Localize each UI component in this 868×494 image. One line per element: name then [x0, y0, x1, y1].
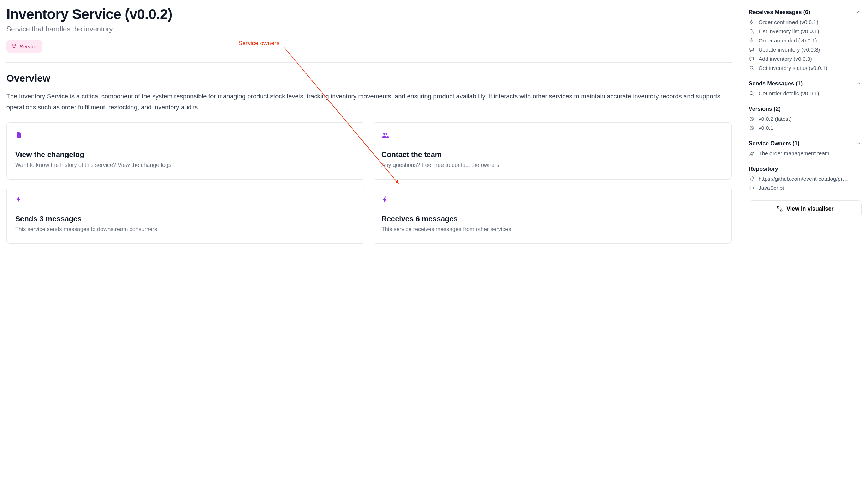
list-item-label: List inventory list (v0.0.1) — [759, 28, 819, 35]
list-item[interactable]: v0.0.1 — [749, 125, 862, 131]
receives-messages-section: Receives Messages (6) Order confirmed (v… — [749, 9, 862, 71]
card-desc: This service sends messages to downstrea… — [15, 225, 357, 234]
section-heading-static: Repository — [749, 166, 862, 172]
overview-heading: Overview — [6, 73, 732, 84]
flow-icon — [777, 206, 783, 212]
badge-label: Service — [20, 43, 37, 49]
annotation-label: Service owners — [238, 40, 279, 47]
sends-messages-section: Sends Messages (1) Get order details (v0… — [749, 80, 862, 97]
list-item[interactable]: v0.0.2 (latest) — [749, 116, 862, 122]
list-item[interactable]: List inventory list (v0.0.1) — [749, 28, 862, 35]
page-subtitle: Service that handles the inventory — [6, 25, 732, 33]
section-heading: Receives Messages (6) — [749, 9, 810, 16]
card-sends[interactable]: Sends 3 messages This service sends mess… — [6, 187, 365, 244]
list-item-label: The order management team — [759, 150, 830, 157]
list-item-label: Get order details (v0.0.1) — [759, 90, 819, 97]
message-icon — [749, 47, 755, 53]
repository-section: Repository https://github.com/event-cata… — [749, 166, 862, 191]
list-item-label: Update inventory (v0.0.3) — [759, 47, 820, 53]
team-icon — [749, 150, 755, 157]
list-item-label: Add inventory (v0.0.3) — [759, 56, 812, 62]
chevron-up-icon — [856, 10, 862, 15]
card-title: Sends 3 messages — [15, 215, 357, 223]
bolt-icon — [15, 195, 357, 205]
chevron-up-icon — [856, 141, 862, 146]
card-desc: Any questions? Feel free to contact the … — [381, 161, 723, 169]
list-item[interactable]: Get order details (v0.0.1) — [749, 90, 862, 97]
service-badge[interactable]: Service — [6, 40, 42, 53]
list-item[interactable]: The order management team — [749, 150, 862, 157]
search-icon — [749, 28, 755, 35]
section-toggle[interactable]: Receives Messages (6) — [749, 9, 862, 16]
page-title: Inventory Service (v0.0.2) — [6, 6, 732, 22]
bolt-icon — [381, 195, 723, 205]
repo-language: JavaScript — [749, 185, 862, 191]
list-item[interactable]: Update inventory (v0.0.3) — [749, 47, 862, 53]
card-title: View the changelog — [15, 150, 357, 159]
repo-lang-text: JavaScript — [759, 185, 784, 191]
message-icon — [749, 56, 755, 62]
list-item-label: Order confirmed (v0.0.1) — [759, 19, 818, 25]
section-heading: Repository — [749, 166, 778, 172]
history-icon — [749, 125, 755, 131]
search-icon — [749, 90, 755, 97]
section-heading: Sends Messages (1) — [749, 80, 803, 87]
list-item[interactable]: Get inventory status (v0.0.1) — [749, 65, 862, 71]
section-heading: Versions (2) — [749, 106, 781, 112]
chevron-up-icon — [856, 81, 862, 86]
list-item[interactable]: Order amended (v0.0.1) — [749, 37, 862, 44]
link-icon — [749, 176, 755, 182]
list-item-label: v0.0.2 (latest) — [759, 116, 792, 122]
box-icon — [11, 43, 17, 50]
users-icon — [381, 131, 723, 140]
section-toggle[interactable]: Sends Messages (1) — [749, 80, 862, 87]
divider — [6, 62, 732, 63]
overview-text: The Inventory Service is a critical comp… — [6, 91, 732, 113]
vis-button-label: View in visualiser — [786, 206, 833, 212]
card-receives[interactable]: Receives 6 messages This service receive… — [373, 187, 732, 244]
search-icon — [749, 65, 755, 71]
versions-section: Versions (2) v0.0.2 (latest)v0.0.1 — [749, 106, 862, 131]
card-title: Receives 6 messages — [381, 215, 723, 223]
code-icon — [749, 185, 755, 191]
list-item[interactable]: Add inventory (v0.0.3) — [749, 56, 862, 62]
section-toggle[interactable]: Versions (2) — [749, 106, 862, 112]
view-in-visualiser-button[interactable]: View in visualiser — [749, 200, 862, 217]
card-changelog[interactable]: View the changelog Want to know the hist… — [6, 122, 365, 180]
service-owners-section: Service Owners (1) The order management … — [749, 140, 862, 157]
bolt-icon — [749, 37, 755, 44]
repo-url[interactable]: https://github.com/event-catalog/pr… — [749, 176, 862, 182]
section-heading: Service Owners (1) — [749, 140, 799, 147]
card-contact[interactable]: Contact the team Any questions? Feel fre… — [373, 122, 732, 180]
bolt-icon — [749, 19, 755, 25]
list-item-label: Order amended (v0.0.1) — [759, 37, 817, 44]
card-title: Contact the team — [381, 150, 723, 159]
repo-url-text: https://github.com/event-catalog/pr… — [759, 176, 848, 182]
history-icon — [749, 116, 755, 122]
list-item-label: Get inventory status (v0.0.1) — [759, 65, 827, 71]
section-toggle[interactable]: Service Owners (1) — [749, 140, 862, 147]
list-item-label: v0.0.1 — [759, 125, 773, 131]
file-icon — [15, 131, 357, 140]
card-desc: Want to know the history of this service… — [15, 161, 357, 169]
list-item[interactable]: Order confirmed (v0.0.1) — [749, 19, 862, 25]
card-desc: This service receives messages from othe… — [381, 225, 723, 234]
